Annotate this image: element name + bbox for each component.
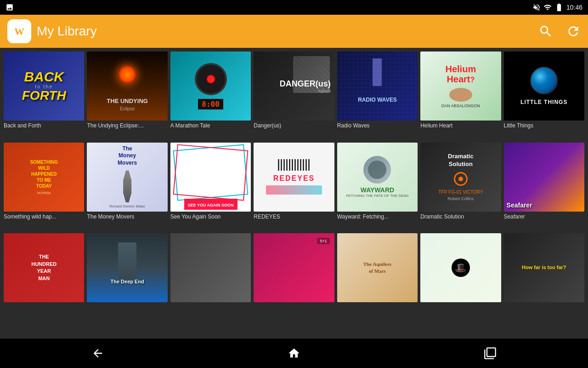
book-title-radio: Radio Waves: [337, 122, 418, 130]
book-item-redeyes[interactable]: REDEYESREDEYES: [254, 143, 334, 221]
back-icon: [91, 347, 104, 360]
recent-apps-button[interactable]: [472, 342, 509, 364]
book-title-money: The Money Movers: [87, 213, 167, 221]
book-cover-little: LITTLE THINGS: [504, 52, 584, 121]
book-cover-back-forth: BACKto theFORTH: [4, 52, 84, 121]
book-title-little: Little Things: [504, 122, 584, 130]
page-title: My Library: [37, 24, 97, 39]
search-icon: [538, 24, 553, 39]
book-item-danger[interactable]: DANGER(us)mjlevittDanger(us): [254, 52, 334, 130]
book-item-radio[interactable]: RADIO WAVESRadio Waves: [337, 52, 418, 130]
book-item-helium[interactable]: HeliumHeart?DAN ABSALONGONHelium Heart: [420, 52, 501, 130]
book-title-helium: Helium Heart: [420, 122, 501, 130]
book-item-something[interactable]: SOMETHINGWILDHAPPENEDTO METODAYNORMASome…: [4, 143, 84, 221]
battery-icon: [554, 3, 564, 12]
book-cover-danger: DANGER(us)mjlevitt: [254, 52, 334, 121]
book-title-dramatic: Dramatic Solution: [420, 213, 501, 221]
book-cover-radio: RADIO WAVES: [337, 52, 418, 121]
photo-icon: [6, 3, 14, 12]
book-cover-dramatic: DramaticSolutionTFR FG-01 VICTORYRobert …: [420, 143, 501, 212]
book-cover-something: SOMETHINGWILDHAPPENEDTO METODAYNORMA: [4, 143, 84, 212]
status-bar: 10:46: [0, 0, 588, 15]
book-item-monopoly[interactable]: 🎩: [420, 233, 501, 302]
book-cover-aquifers: The Aquifersof Mars: [337, 233, 418, 302]
book-item-money[interactable]: TheMoneyMoversRichard Denton BlakeThe Mo…: [87, 143, 167, 221]
search-button[interactable]: [538, 24, 553, 39]
book-cover-seeyou: SEE YOU AGAIN SOON: [170, 143, 251, 212]
book-item-pink[interactable]: 5+1: [254, 233, 334, 302]
book-cover-money: TheMoneyMoversRichard Denton Blake: [87, 143, 167, 212]
book-cover-helium: HeliumHeart?DAN ABSALONGON: [420, 52, 501, 121]
book-title-marathon: A Marathon Tale: [170, 122, 251, 130]
book-item-hundred[interactable]: THEHUNDREDYEARMAN: [4, 233, 84, 302]
book-cover-seafarer: Seafarer: [504, 143, 584, 212]
book-item-grey[interactable]: [170, 233, 251, 302]
book-item-wayward[interactable]: WAYWARDFETCHING THE FATE OF THE DEADWayw…: [337, 143, 418, 221]
clock: 10:46: [566, 4, 582, 11]
book-title-wayward: Wayward: Fetching...: [337, 213, 418, 221]
refresh-button[interactable]: [566, 24, 581, 39]
book-title-back-forth: Back and Forth: [4, 122, 84, 130]
books-row-2: SOMETHINGWILDHAPPENEDTO METODAYNORMASome…: [4, 143, 584, 221]
book-cover-deepend: The Deep End: [87, 233, 167, 302]
book-item-aquifers[interactable]: The Aquifersof Mars: [337, 233, 418, 302]
book-item-back-forth[interactable]: BACKto theFORTHBack and Forth: [4, 52, 84, 130]
book-cover-marathon: 8:00: [170, 52, 251, 121]
book-cover-wayward: WAYWARDFETCHING THE FATE OF THE DEAD: [337, 143, 418, 212]
book-item-little[interactable]: LITTLE THINGSLittle Things: [504, 52, 584, 130]
books-row-1: BACKto theFORTHBack and ForthTHE UNDYING…: [4, 52, 584, 130]
book-title-redeyes: REDEYES: [254, 213, 334, 221]
book-title-something: Something wild hap...: [4, 213, 84, 221]
book-item-marathon[interactable]: 8:00A Marathon Tale: [170, 52, 251, 130]
books-row-3: THEHUNDREDYEARMANThe Deep End5+1The Aqui…: [4, 233, 584, 302]
library-grid: BACKto theFORTHBack and ForthTHE UNDYING…: [0, 48, 588, 339]
status-right: 10:46: [532, 3, 582, 12]
book-cover-hundred: THEHUNDREDYEARMAN: [4, 233, 84, 302]
book-cover-grey: [170, 233, 251, 302]
book-item-seafarer[interactable]: SeafarerSeafarer: [504, 143, 584, 221]
mute-icon: [532, 3, 541, 12]
book-title-seeyou: See You Again Soon: [170, 213, 251, 221]
book-cover-pink: 5+1: [254, 233, 334, 302]
home-icon: [288, 347, 300, 360]
book-title-seafarer: Seafarer: [504, 213, 584, 221]
book-cover-monopoly: 🎩: [420, 233, 501, 302]
home-button[interactable]: [276, 342, 312, 364]
book-item-seeyou[interactable]: SEE YOU AGAIN SOONSee You Again Soon: [170, 143, 251, 221]
book-item-undying[interactable]: THE UNDYINGEclipseThe Undying Eclipse:..…: [87, 52, 167, 130]
book-cover-redeyes: REDEYES: [254, 143, 334, 212]
book-title-undying: The Undying Eclipse:...: [87, 122, 167, 130]
recent-apps-icon: [484, 347, 497, 360]
book-cover-howfar: How far is too far?: [504, 233, 584, 302]
svg-text:W: W: [14, 26, 24, 37]
book-item-deepend[interactable]: The Deep End: [87, 233, 167, 302]
book-cover-undying: THE UNDYINGEclipse: [87, 52, 167, 121]
book-item-dramatic[interactable]: DramaticSolutionTFR FG-01 VICTORYRobert …: [420, 143, 501, 221]
book-item-howfar[interactable]: How far is too far?: [504, 233, 584, 302]
book-title-danger: Danger(us): [254, 122, 334, 130]
toolbar: W My Library: [0, 15, 588, 48]
wifi-icon: [543, 3, 552, 12]
refresh-icon: [566, 24, 581, 39]
app-logo: W: [7, 19, 31, 43]
nav-bar: [0, 339, 588, 368]
back-button[interactable]: [79, 342, 116, 364]
